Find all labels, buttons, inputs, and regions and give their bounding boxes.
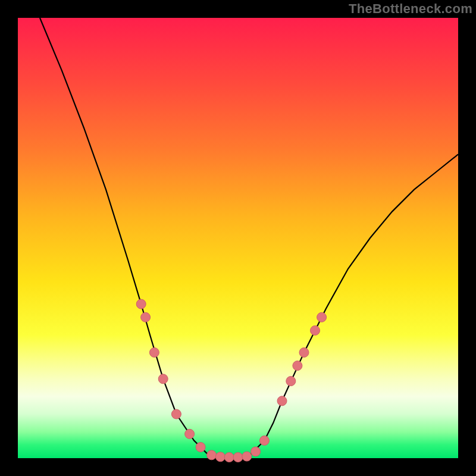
data-marker bbox=[242, 452, 252, 461]
data-marker bbox=[286, 377, 296, 386]
data-marker bbox=[215, 452, 225, 462]
data-marker bbox=[141, 312, 151, 322]
data-marker bbox=[207, 450, 217, 460]
data-marker bbox=[251, 447, 261, 456]
data-marker bbox=[149, 347, 159, 357]
data-marker bbox=[311, 325, 320, 335]
data-marker bbox=[317, 312, 327, 322]
watermark-text: TheBottleneck.com bbox=[349, 1, 472, 17]
data-marker bbox=[259, 436, 269, 445]
data-marker bbox=[277, 396, 287, 406]
data-marker bbox=[224, 453, 234, 462]
data-marker bbox=[233, 453, 243, 462]
data-marker bbox=[185, 429, 195, 439]
plot-area bbox=[18, 18, 458, 458]
curve-svg bbox=[18, 18, 458, 458]
marker-group bbox=[136, 299, 326, 462]
chart-outer: TheBottleneck.com bbox=[0, 0, 476, 476]
data-marker bbox=[171, 409, 181, 419]
data-marker bbox=[136, 299, 146, 309]
bottleneck-curve bbox=[40, 18, 458, 458]
data-marker bbox=[196, 443, 205, 452]
data-marker bbox=[299, 347, 309, 357]
data-marker bbox=[293, 361, 302, 371]
data-marker bbox=[158, 374, 168, 384]
